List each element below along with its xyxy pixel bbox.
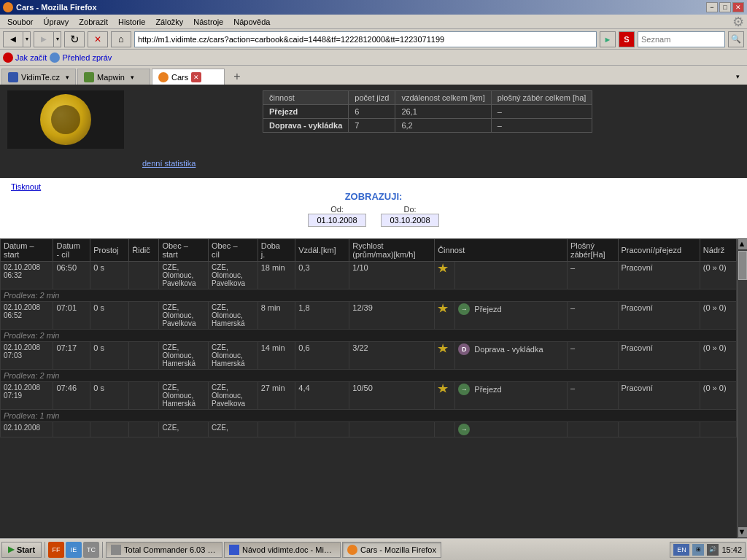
menu-view[interactable]: Zobrazit xyxy=(74,16,112,28)
table-row: Prodleva: 2 min xyxy=(1,289,737,302)
home-button[interactable]: ⌂ xyxy=(111,31,131,47)
cell-vzdal: 1,8 xyxy=(295,302,349,330)
summary-plosny-1: – xyxy=(491,105,592,119)
tray-lang-icon[interactable]: EN xyxy=(673,544,689,556)
toolbar: ◄ ▾ ► ▾ ↻ ✕ ⌂ ► S 🔍 xyxy=(0,29,747,50)
scroll-up-arrow[interactable]: ▲ xyxy=(738,239,747,249)
quicklaunch-icon-2[interactable]: IE xyxy=(66,542,82,558)
date-range: Od: Do: xyxy=(11,205,736,227)
close-button[interactable]: ✕ xyxy=(732,2,744,12)
taskbar-item-cars-firefox[interactable]: Cars - Mozilla Firefox xyxy=(342,542,441,558)
back-button[interactable]: ◄ xyxy=(3,31,23,47)
table-row: 02.10.2008 CZE, CZE, → xyxy=(1,422,737,438)
stop-button[interactable]: ✕ xyxy=(88,31,108,47)
forward-button[interactable]: ► xyxy=(34,31,54,47)
start-button[interactable]: ▶ Start xyxy=(1,542,42,558)
scroll-thumb[interactable] xyxy=(738,251,747,280)
cell-datum-start: 02.10.200807:03 xyxy=(1,342,53,370)
cell-plosny: – xyxy=(567,302,618,330)
cell-prostoj xyxy=(90,422,129,438)
prodleva-cell: Prodleva: 1 min xyxy=(1,410,737,422)
th-prostoj: Prostoj xyxy=(90,239,129,262)
tisknout-link[interactable]: Tisknout xyxy=(11,182,41,191)
table-row: Prodleva: 1 min xyxy=(1,410,737,422)
cinnost-doprava-icon: D xyxy=(458,343,470,355)
tab-mapwin[interactable]: Mapwin ▾ xyxy=(77,69,150,85)
maximize-button[interactable]: □ xyxy=(719,2,731,12)
summary-table: činnost počet jízd vzdálenost celkem [km… xyxy=(263,90,592,133)
scrollbar[interactable]: ▲ ▼ xyxy=(737,238,747,538)
tab-close-cars[interactable]: ✕ xyxy=(191,72,201,82)
data-table-section: Datum –start Datum- cíl Prostoj Řidič Ob… xyxy=(0,238,747,538)
do-group: Do: xyxy=(381,205,439,227)
tab-menu-vidimte[interactable]: ▾ xyxy=(66,74,69,81)
url-bar[interactable] xyxy=(134,31,597,47)
start-icon: ▶ xyxy=(8,545,14,554)
do-input[interactable] xyxy=(381,214,439,227)
menu-bookmarks[interactable]: Záložky xyxy=(151,16,187,28)
cell-datum-cil: 07:46 xyxy=(53,382,90,410)
tab-menu-mapwin[interactable]: ▾ xyxy=(131,74,134,81)
summary-table-wrapper: činnost počet jízd vzdálenost celkem [km… xyxy=(131,90,592,133)
prodleva-cell: Prodleva: 2 min xyxy=(1,289,737,302)
cell-pracovni xyxy=(618,422,700,438)
quick-launch: FF IE TC xyxy=(48,542,99,558)
summary-vzdal-2: 6,2 xyxy=(395,119,491,133)
taskbar-item-navod[interactable]: Návod vidimte.doc - Micr... xyxy=(224,542,341,558)
prodleva-cell: Prodleva: 2 min xyxy=(1,370,737,382)
forward-dropdown[interactable]: ▾ xyxy=(54,31,61,47)
new-tab-button[interactable]: + xyxy=(229,69,245,85)
bookmark-prehled[interactable]: Přehled zpráv xyxy=(50,52,112,63)
cell-nadrz: (0 » 0) xyxy=(700,382,736,410)
cell-obec-cil: CZE,Olomouc,Hamerská xyxy=(209,342,258,370)
menu-help[interactable]: Nápověda xyxy=(229,16,274,28)
od-input[interactable] xyxy=(308,214,366,227)
tray-network-icon[interactable]: ⊞ xyxy=(692,544,704,556)
denni-statistika-link[interactable]: denní statistika xyxy=(142,159,740,168)
go-button[interactable]: ► xyxy=(600,31,616,47)
col-pocet: počet jízd xyxy=(349,91,395,105)
th-obec-cil: Obec –cíl xyxy=(209,239,258,262)
tab-vidimte[interactable]: VidimTe.cz ▾ xyxy=(1,69,76,85)
header-section: činnost počet jízd vzdálenost celkem [km… xyxy=(0,85,747,149)
bookmark-jak-zacit[interactable]: Jak začít xyxy=(3,52,47,63)
cell-cinnost-text: →Přejezd xyxy=(455,302,568,330)
cell-doba: 18 min xyxy=(258,262,295,289)
tray-volume-icon[interactable]: 🔊 xyxy=(707,544,719,556)
data-table-scroll[interactable]: Datum –start Datum- cíl Prostoj Řidič Ob… xyxy=(0,238,737,538)
table-row: 02.10.200806:52 07:01 0 s CZE,Olomouc,Pa… xyxy=(1,302,737,330)
minimize-button[interactable]: − xyxy=(706,2,718,12)
gear-icon[interactable]: ⚙ xyxy=(732,14,744,30)
tab-scroll-right[interactable]: ▾ xyxy=(729,69,746,85)
cell-obec-start: CZE,Olomouc,Hamerská xyxy=(159,382,209,410)
cell-datum-start: 02.10.200806:32 xyxy=(1,262,53,289)
menu-history[interactable]: Historie xyxy=(114,16,150,28)
quicklaunch-icon-1[interactable]: FF xyxy=(48,542,64,558)
reload-button[interactable]: ↻ xyxy=(64,31,85,47)
tab-icon-cars xyxy=(158,72,169,82)
cell-cinnost-icon xyxy=(435,302,455,330)
th-cinnost: Činnost xyxy=(435,239,568,262)
th-vzdal: Vzdál.[km] xyxy=(295,239,349,262)
cell-obec-start: CZE,Olomouc,Hamerská xyxy=(159,342,209,370)
quicklaunch-icon-3[interactable]: TC xyxy=(83,542,99,558)
menu-tools[interactable]: Nástroje xyxy=(189,16,228,28)
scroll-down-arrow[interactable]: ▼ xyxy=(738,527,747,537)
search-button[interactable]: 🔍 xyxy=(728,31,744,47)
menu-file[interactable]: Soubor xyxy=(3,16,37,28)
taskbar-item-total-commander[interactable]: Total Commander 6.03 - ... xyxy=(106,542,222,558)
cell-nadrz: (0 » 0) xyxy=(700,262,736,289)
summary-cinnost-2: Doprava - vykládka xyxy=(263,119,349,133)
taskbar-separator-2 xyxy=(102,542,103,558)
search-input[interactable] xyxy=(638,31,725,47)
cell-obec-cil: CZE,Olomouc,Hamerská xyxy=(209,302,258,330)
cell-ridic xyxy=(129,342,159,370)
denni-section: denní statistika xyxy=(0,149,747,178)
menu-edit[interactable]: Úpravy xyxy=(39,16,73,28)
col-cinnost: činnost xyxy=(263,91,349,105)
summary-vzdal-1: 26,1 xyxy=(395,105,491,119)
tab-cars[interactable]: Cars ✕ xyxy=(152,69,225,85)
back-dropdown[interactable]: ▾ xyxy=(23,31,31,47)
tab-bar: VidimTe.cz ▾ Mapwin ▾ Cars ✕ + ▾ xyxy=(0,66,747,85)
logo-image xyxy=(40,94,91,145)
